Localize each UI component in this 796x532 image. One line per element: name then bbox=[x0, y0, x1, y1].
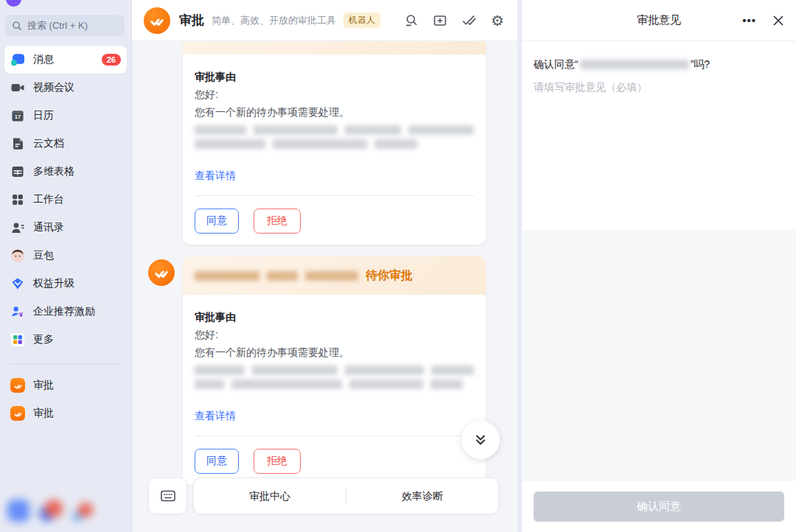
sidebar-item-workplace[interactable]: 工作台 bbox=[4, 186, 127, 214]
redacted-text-line bbox=[195, 139, 474, 149]
approval-reason-title: 审批事由 bbox=[195, 308, 474, 326]
close-icon[interactable] bbox=[771, 13, 786, 28]
keyboard-toggle-button[interactable] bbox=[148, 477, 187, 514]
redacted-approval-name bbox=[580, 60, 689, 69]
approve-button[interactable]: 同意 bbox=[195, 449, 239, 474]
scroll-to-bottom-button[interactable] bbox=[461, 421, 500, 459]
sidebar-item-approval-2[interactable]: 审批 bbox=[4, 399, 127, 427]
message-sender-avatar[interactable] bbox=[148, 259, 175, 286]
sidebar-item-more[interactable]: 更多 bbox=[4, 326, 127, 354]
sidebar-item-calendar[interactable]: 17 日历 bbox=[4, 102, 127, 130]
more-options-icon[interactable]: ••• bbox=[742, 17, 756, 24]
sidebar-item-label: 审批 bbox=[33, 379, 121, 392]
sidebar-item-label: 审批 bbox=[33, 407, 121, 420]
approve-button[interactable]: 同意 bbox=[195, 209, 239, 234]
dock-app-icon-blurred[interactable] bbox=[7, 500, 29, 522]
approval-message-card: 待你审批 审批事由 您好: 您有一个新的待办事项需要处理。 查看详情 同意 bbox=[183, 256, 486, 485]
double-chevron-down-icon bbox=[472, 432, 489, 448]
unread-badge: 26 bbox=[102, 54, 121, 66]
search-input[interactable]: 搜索 (Ctrl + K) bbox=[5, 15, 125, 36]
sidebar-item-label: 视频会议 bbox=[33, 81, 121, 94]
base-table-icon bbox=[10, 164, 25, 179]
redacted-text-line bbox=[195, 365, 474, 375]
chat-search-icon[interactable] bbox=[403, 13, 419, 29]
calendar-icon: 17 bbox=[10, 108, 25, 123]
sidebar-item-upgrade[interactable]: 权益升级 bbox=[4, 270, 127, 298]
chat-message-list: 审批事由 您好: 您有一个新的待办事项需要处理。 查看详情 同意 拒绝 bbox=[132, 41, 517, 532]
panel-header: 审批意见 ••• bbox=[522, 0, 796, 41]
cloud-doc-icon bbox=[10, 136, 25, 151]
video-icon bbox=[10, 80, 25, 95]
workspace-avatar[interactable] bbox=[6, 0, 21, 7]
comment-placeholder: 请填写审批意见（必填） bbox=[534, 79, 784, 95]
approval-actions: 同意 拒绝 bbox=[195, 209, 474, 234]
sidebar-item-label: 企业推荐激励 bbox=[33, 305, 121, 318]
card-divider bbox=[195, 435, 474, 436]
redacted-approval-title bbox=[195, 271, 358, 281]
card-divider bbox=[195, 195, 474, 196]
sidebar-nav: 消息 26 视频会议 17 bbox=[4, 46, 127, 354]
reject-button[interactable]: 拒绝 bbox=[254, 449, 301, 474]
sidebar: 搜索 (Ctrl + K) 消息 26 bbox=[0, 0, 131, 532]
sidebar-item-contacts[interactable]: 通讯录 bbox=[4, 214, 127, 242]
dock-app-icon-blurred[interactable] bbox=[39, 500, 63, 522]
menu-efficiency-diagnosis[interactable]: 效率诊断 bbox=[346, 478, 498, 514]
more-icon bbox=[10, 332, 25, 347]
upgrade-icon bbox=[10, 276, 25, 291]
sidebar-item-label: 消息 bbox=[33, 53, 94, 66]
greeting-text: 您好: bbox=[195, 85, 474, 103]
chat-header-actions: ⚙ bbox=[403, 13, 506, 29]
todo-text: 您有一个新的待办事项需要处理。 bbox=[195, 103, 474, 121]
keyboard-icon bbox=[159, 487, 177, 505]
approval-message-card: 审批事由 您好: 您有一个新的待办事项需要处理。 查看详情 同意 拒绝 bbox=[183, 41, 486, 245]
open-in-new-tab-icon[interactable] bbox=[432, 13, 448, 29]
approval-opinion-panel: 审批意见 ••• 确认同意“”吗? 请填写审批意见（必填） 确认同意 bbox=[522, 0, 796, 532]
confirm-approve-button[interactable]: 确认同意 bbox=[534, 491, 784, 522]
sidebar-divider bbox=[9, 364, 122, 365]
menu-approval-center[interactable]: 审批中心 bbox=[194, 478, 346, 514]
approval-card-header: 待你审批 bbox=[183, 256, 486, 295]
panel-background-area bbox=[522, 230, 796, 481]
sidebar-item-cloud-docs[interactable]: 云文档 bbox=[4, 130, 127, 158]
sidebar-item-base[interactable]: 多维表格 bbox=[4, 158, 127, 186]
sidebar-item-label: 豆包 bbox=[33, 249, 121, 262]
reject-button[interactable]: 拒绝 bbox=[254, 209, 301, 234]
search-placeholder: 搜索 (Ctrl + K) bbox=[27, 19, 88, 32]
approval-bot-avatar[interactable] bbox=[144, 7, 170, 34]
sidebar-item-label: 权益升级 bbox=[33, 277, 121, 290]
sidebar-item-video-meeting[interactable]: 视频会议 bbox=[4, 74, 127, 102]
chat-column: 审批 简单、高效、开放的审批工具 机器人 bbox=[131, 0, 517, 532]
sidebar-item-label: 云文档 bbox=[33, 137, 121, 150]
redacted-text-line bbox=[195, 125, 474, 135]
approval-card-body: 审批事由 您好: 您有一个新的待办事项需要处理。 查看详情 同意 拒绝 bbox=[183, 295, 486, 485]
sidebar-item-doubao[interactable]: 豆包 bbox=[4, 242, 127, 270]
contacts-icon bbox=[10, 220, 25, 235]
view-details-link[interactable]: 查看详情 bbox=[195, 167, 236, 184]
dock-app-icon-blurred[interactable] bbox=[72, 503, 93, 522]
confirm-question: 确认同意“”吗? bbox=[534, 56, 784, 72]
approval-reason-title: 审批事由 bbox=[195, 68, 474, 85]
redacted-text-line bbox=[195, 379, 474, 389]
referral-icon: ¥ bbox=[10, 304, 25, 319]
todo-text: 您有一个新的待办事项需要处理。 bbox=[195, 343, 474, 361]
approval-icon bbox=[10, 378, 25, 393]
sidebar-item-referral[interactable]: ¥ 企业推荐激励 bbox=[4, 298, 127, 326]
approval-comment-textarea[interactable]: 确认同意“”吗? 请填写审批意见（必填） bbox=[522, 41, 796, 230]
search-icon bbox=[12, 21, 22, 31]
mark-read-double-check-icon[interactable] bbox=[461, 13, 477, 29]
dock-blurred-app-icons bbox=[7, 500, 93, 522]
sidebar-pinned-apps: 审批 审批 bbox=[4, 371, 127, 427]
sidebar-item-label: 多维表格 bbox=[33, 165, 121, 178]
sidebar-item-label: 更多 bbox=[33, 333, 121, 346]
settings-gear-icon[interactable]: ⚙ bbox=[489, 13, 506, 29]
workplace-icon bbox=[10, 192, 25, 207]
sidebar-item-messages[interactable]: 消息 26 bbox=[4, 46, 127, 74]
svg-text:17: 17 bbox=[15, 113, 21, 120]
view-details-link[interactable]: 查看详情 bbox=[195, 407, 236, 424]
sidebar-item-label: 工作台 bbox=[33, 193, 121, 206]
bot-menu-bar: 审批中心 效率诊断 bbox=[148, 477, 499, 514]
panel-footer: 确认同意 bbox=[522, 481, 796, 532]
chat-subtitle: 简单、高效、开放的审批工具 bbox=[212, 14, 336, 27]
approval-card-body: 审批事由 您好: 您有一个新的待办事项需要处理。 查看详情 同意 拒绝 bbox=[183, 55, 486, 245]
sidebar-item-approval-1[interactable]: 审批 bbox=[4, 371, 127, 399]
